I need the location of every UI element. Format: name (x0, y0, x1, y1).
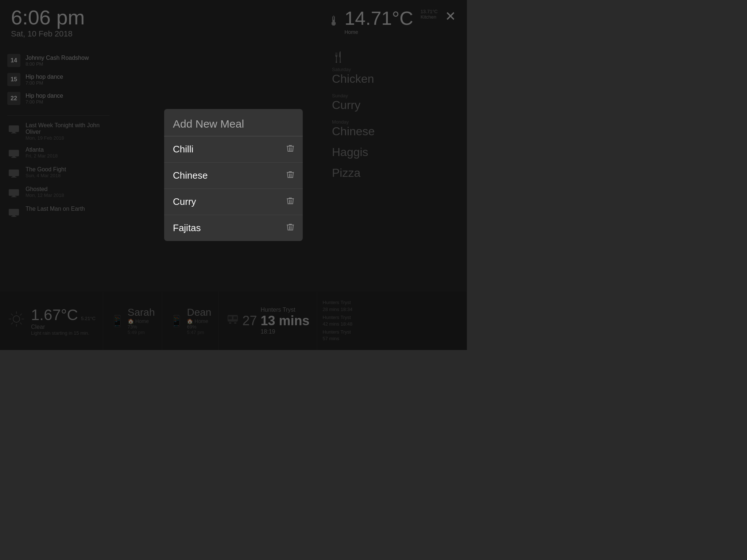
meal-label-chilli: Chilli (173, 144, 193, 155)
meal-label-fajitas: Fajitas (173, 222, 201, 234)
modal-title: Add New Meal (173, 118, 294, 130)
meal-item-curry[interactable]: Curry (164, 189, 303, 215)
delete-chilli-button[interactable] (287, 144, 294, 154)
meal-label-curry: Curry (173, 196, 196, 207)
meal-item-chilli[interactable]: Chilli (164, 136, 303, 163)
meal-item-fajitas[interactable]: Fajitas (164, 215, 303, 241)
delete-fajitas-button[interactable] (287, 223, 294, 233)
delete-chinese-button[interactable] (287, 171, 294, 180)
modal-overlay[interactable]: Add New Meal Chilli Chinese (0, 0, 467, 350)
meal-label-chinese: Chinese (173, 170, 208, 181)
add-meal-modal: Add New Meal Chilli Chinese (164, 109, 303, 241)
delete-curry-button[interactable] (287, 197, 294, 207)
meal-item-chinese[interactable]: Chinese (164, 163, 303, 189)
modal-header: Add New Meal (164, 109, 303, 136)
meal-list: Chilli Chinese Curry (164, 136, 303, 241)
